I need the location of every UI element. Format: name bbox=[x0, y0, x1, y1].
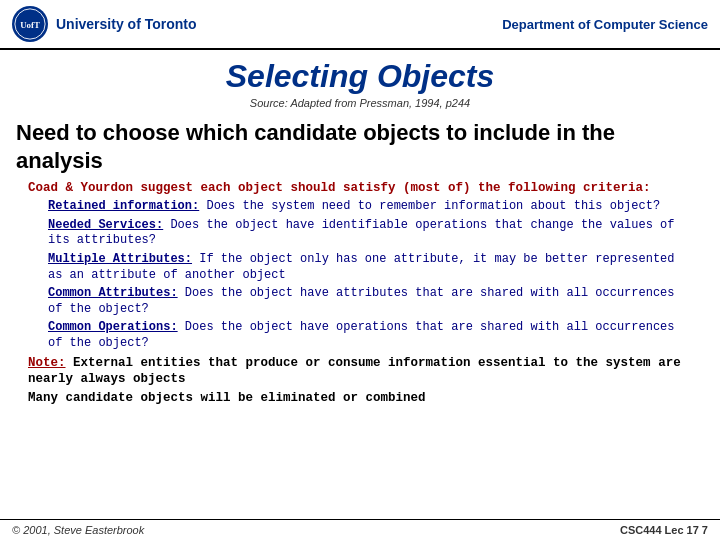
header-left: UofT University of Toronto bbox=[12, 6, 197, 42]
note-body: External entities that produce or consum… bbox=[28, 356, 681, 386]
term-needed-services: Needed Services: bbox=[48, 218, 163, 232]
level1-bullet: Coad & Yourdon suggest each object shoul… bbox=[28, 180, 692, 196]
body-retained: Does the system need to remember informa… bbox=[206, 199, 660, 213]
university-logo: UofT bbox=[12, 6, 48, 42]
header: UofT University of Toronto Department of… bbox=[0, 0, 720, 50]
title-section: Selecting Objects Source: Adapted from P… bbox=[0, 50, 720, 111]
term-common-ops: Common Operations: bbox=[48, 320, 178, 334]
slide-title: Selecting Objects bbox=[20, 58, 700, 95]
bullet-multiple-attrs: Multiple Attributes: If the object only … bbox=[48, 252, 692, 283]
term-multiple-attrs: Multiple Attributes: bbox=[48, 252, 192, 266]
note-line: Note: External entities that produce or … bbox=[28, 355, 692, 388]
many-line: Many candidate objects will be eliminate… bbox=[28, 390, 692, 406]
note-term: Note: bbox=[28, 356, 66, 370]
main-heading: Need to choose which candidate objects t… bbox=[0, 111, 720, 178]
content-area: Coad & Yourdon suggest each object shoul… bbox=[0, 178, 720, 413]
bullet-common-attrs: Common Attributes: Does the object have … bbox=[48, 286, 692, 317]
term-common-attrs: Common Attributes: bbox=[48, 286, 178, 300]
bullet-retained: Retained information: Does the system ne… bbox=[48, 199, 692, 215]
bullet-needed-services: Needed Services: Does the object have id… bbox=[48, 218, 692, 249]
university-name: University of Toronto bbox=[56, 16, 197, 32]
svg-text:UofT: UofT bbox=[20, 20, 40, 30]
term-retained: Retained information: bbox=[48, 199, 199, 213]
footer-copyright: © 2001, Steve Easterbrook bbox=[12, 524, 144, 536]
bullet-common-ops: Common Operations: Does the object have … bbox=[48, 320, 692, 351]
footer: © 2001, Steve Easterbrook CSC444 Lec 17 … bbox=[0, 519, 720, 540]
footer-slide-id: CSC444 Lec 17 7 bbox=[620, 524, 708, 536]
department-name: Department of Computer Science bbox=[502, 17, 708, 32]
source-citation: Source: Adapted from Pressman, 1994, p24… bbox=[20, 97, 700, 109]
